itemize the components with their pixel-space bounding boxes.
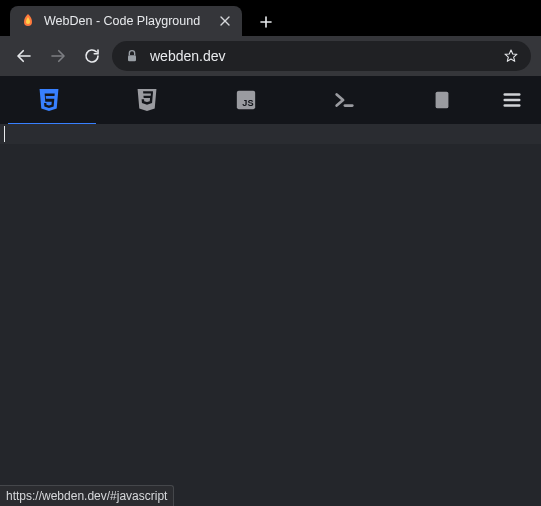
forward-button[interactable]: [44, 42, 72, 70]
tab-js[interactable]: JS: [196, 76, 294, 124]
browser-toolbar: webden.dev: [0, 36, 541, 76]
tab-console[interactable]: [295, 76, 393, 124]
svg-text:JS: JS: [242, 98, 253, 108]
lock-icon: [124, 48, 140, 64]
status-bar-link: https://webden.dev/#javascript: [0, 485, 174, 506]
reload-button[interactable]: [78, 42, 106, 70]
tablet-icon: [431, 89, 453, 111]
svg-marker-7: [505, 50, 517, 61]
css3-icon: [136, 89, 158, 111]
browser-tab[interactable]: WebDen - Code Playground: [10, 6, 242, 36]
back-button[interactable]: [10, 42, 38, 70]
bookmark-star-icon[interactable]: [503, 48, 519, 64]
code-editor[interactable]: [0, 124, 541, 506]
tab-preview[interactable]: [393, 76, 491, 124]
tab-css[interactable]: [98, 76, 196, 124]
close-icon[interactable]: [218, 14, 232, 28]
menu-icon: [501, 89, 523, 111]
browser-tab-strip: WebDen - Code Playground: [0, 0, 541, 36]
text-cursor: [4, 126, 5, 142]
svg-rect-6: [128, 55, 136, 61]
app-tab-bar: JS: [0, 76, 541, 124]
menu-button[interactable]: [491, 76, 533, 124]
html5-icon: [38, 89, 60, 111]
new-tab-button[interactable]: [252, 8, 280, 36]
browser-tab-title: WebDen - Code Playground: [44, 14, 210, 28]
editor-active-line: [0, 124, 541, 144]
favicon-icon: [20, 13, 36, 29]
tab-html[interactable]: [0, 76, 98, 124]
svg-point-12: [441, 105, 443, 107]
address-bar[interactable]: webden.dev: [112, 41, 531, 71]
address-bar-url: webden.dev: [150, 48, 493, 64]
js-icon: JS: [235, 89, 257, 111]
console-icon: [333, 89, 355, 111]
page-content: JS https://webden.dev/#javascript: [0, 76, 541, 506]
